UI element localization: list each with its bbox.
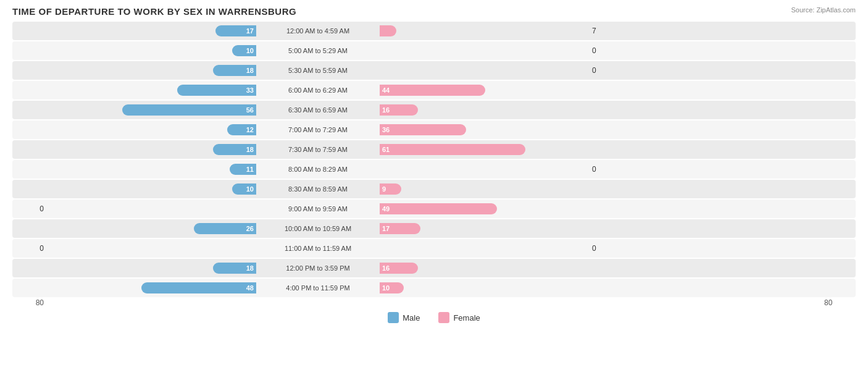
time-label: 7:30 AM to 7:59 AM: [256, 146, 380, 153]
male-label: Male: [403, 313, 420, 323]
female-bar-area: 16: [380, 263, 590, 274]
legend-female: Female: [438, 312, 480, 323]
time-label: 12:00 AM to 4:59 AM: [256, 27, 380, 35]
female-value: 0: [590, 165, 624, 174]
chart-row: 09:00 AM to 9:59 AM49: [12, 200, 856, 218]
male-bar-value: 18: [246, 67, 254, 74]
chart-row: 2610:00 AM to 10:59 AM17: [12, 219, 856, 238]
female-bar-value: 36: [382, 126, 390, 133]
legend-male: Male: [388, 312, 420, 323]
axis-right-label: 80: [822, 298, 856, 307]
female-bar-area: 49: [380, 203, 590, 214]
legend: Male Female: [12, 312, 856, 323]
bottom-labels: 80 80: [12, 298, 856, 307]
time-label: 8:30 AM to 8:59 AM: [256, 185, 380, 193]
time-label: 11:00 AM to 11:59 AM: [256, 245, 380, 252]
male-bar-area: 48: [46, 282, 256, 293]
time-label: 12:00 PM to 3:59 PM: [256, 264, 380, 272]
axis-left-label: 80: [12, 298, 46, 307]
chart-row: 185:30 AM to 5:59 AM0: [12, 61, 856, 80]
chart-row: 566:30 AM to 6:59 AM16: [12, 101, 856, 119]
time-label: 7:00 AM to 7:29 AM: [256, 126, 380, 133]
female-bar-value: 61: [382, 146, 390, 153]
female-bar-area: 61: [380, 144, 590, 155]
male-bar-value: 11: [246, 166, 254, 173]
chart-row: 1812:00 PM to 3:59 PM16: [12, 259, 856, 277]
female-bar-value: 49: [382, 205, 390, 213]
chart-row: 187:30 AM to 7:59 AM61: [12, 140, 856, 159]
female-value: 0: [590, 46, 624, 55]
chart-row: 118:00 AM to 8:29 AM0: [12, 160, 856, 179]
male-bar-area: 18: [46, 144, 256, 155]
male-bar-area: 18: [46, 263, 256, 274]
time-label: 8:00 AM to 8:29 AM: [256, 166, 380, 173]
chart-row: 108:30 AM to 8:59 AM9: [12, 180, 856, 198]
chart-row: 127:00 AM to 7:29 AM36: [12, 120, 856, 139]
male-bar-area: 26: [46, 223, 256, 234]
female-swatch: [438, 312, 449, 323]
female-bar-value: 10: [382, 284, 390, 292]
chart-row: 1712:00 AM to 4:59 AM7: [12, 22, 856, 40]
female-bar-area: 10: [380, 282, 590, 293]
female-bar-area: [380, 25, 590, 36]
female-bar-area: 16: [380, 104, 590, 116]
chart-row: 011:00 AM to 11:59 AM0: [12, 239, 856, 258]
female-bar-area: 17: [380, 223, 590, 234]
male-swatch: [388, 312, 399, 323]
female-bar-area: 44: [380, 85, 590, 96]
chart-row: 336:00 AM to 6:29 AM44: [12, 81, 856, 99]
time-label: 9:00 AM to 9:59 AM: [256, 205, 380, 213]
chart-title: TIME OF DEPARTURE TO WORK BY SEX IN WARR…: [12, 6, 856, 17]
time-label: 5:00 AM to 5:29 AM: [256, 47, 380, 54]
female-bar-value: 9: [382, 185, 386, 193]
male-bar-area: 10: [46, 45, 256, 56]
chart-row: 484:00 PM to 11:59 PM10: [12, 279, 856, 297]
male-bar-area: 12: [46, 124, 256, 135]
male-bar-value: 10: [246, 47, 254, 54]
female-label: Female: [453, 313, 480, 323]
male-bar-value: 10: [246, 185, 254, 193]
male-bar-area: 11: [46, 164, 256, 175]
male-bar-value: 18: [246, 264, 254, 272]
chart-container: TIME OF DEPARTURE TO WORK BY SEX IN WARR…: [12, 6, 856, 323]
male-bar-value: 48: [246, 284, 254, 292]
male-value: 0: [12, 205, 46, 213]
male-bar-area: 17: [46, 25, 256, 36]
female-bar-value: 16: [382, 106, 390, 114]
chart-row: 105:00 AM to 5:29 AM0: [12, 41, 856, 60]
female-bar-value: 16: [382, 264, 390, 272]
female-bar-value: 44: [382, 86, 390, 94]
male-bar-value: 26: [246, 225, 254, 232]
time-label: 5:30 AM to 5:59 AM: [256, 67, 380, 74]
male-bar-value: 18: [246, 146, 254, 153]
male-bar-value: 56: [246, 106, 254, 114]
female-value: 0: [590, 66, 624, 75]
male-bar-area: 56: [46, 104, 256, 116]
time-label: 4:00 PM to 11:59 PM: [256, 284, 380, 292]
male-bar-value: 33: [246, 86, 254, 94]
female-bar-value: 17: [382, 225, 390, 232]
female-bar-area: 36: [380, 124, 590, 135]
male-bar-area: 33: [46, 85, 256, 96]
male-bar-value: 17: [246, 27, 254, 35]
female-bar-area: 9: [380, 184, 590, 195]
chart-area: 1712:00 AM to 4:59 AM7105:00 AM to 5:29 …: [12, 22, 856, 297]
female-value: 0: [590, 244, 624, 253]
time-label: 10:00 AM to 10:59 AM: [256, 225, 380, 232]
time-label: 6:30 AM to 6:59 AM: [256, 106, 380, 114]
male-bar-area: 18: [46, 65, 256, 76]
female-value: 7: [590, 27, 624, 35]
male-bar-value: 12: [246, 126, 254, 133]
source-label: Source: ZipAtlas.com: [791, 6, 856, 14]
male-value: 0: [12, 244, 46, 253]
male-bar-area: 10: [46, 184, 256, 195]
time-label: 6:00 AM to 6:29 AM: [256, 86, 380, 94]
